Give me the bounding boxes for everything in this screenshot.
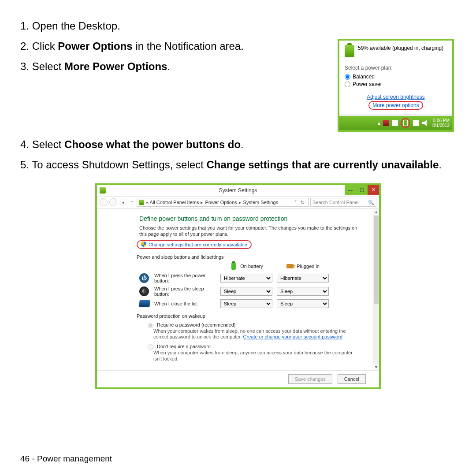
dont-require-password-radio[interactable] <box>148 344 153 350</box>
search-icon: 🔍 <box>368 200 374 205</box>
tray-time-text: 5:06 PM <box>432 118 450 123</box>
system-settings-window: System Settings — ▢ ✕ ← → ▾ ↑ « All Cont… <box>95 183 381 389</box>
sleep-button-icon: ☾ <box>139 286 149 296</box>
password-protection-subheader: Password protection on wakeup <box>137 313 360 319</box>
create-change-password-link[interactable]: Create or change your user account passw… <box>243 334 343 339</box>
step-4-bold: Choose what the power buttons do <box>64 138 241 150</box>
power-button-plugged-select[interactable]: Hibernate <box>277 274 329 283</box>
tray-flag-icon[interactable] <box>392 120 398 126</box>
plan-balanced-radio[interactable] <box>345 74 350 80</box>
columns-header-row: On battery Plugged in <box>139 262 360 270</box>
on-battery-col-header: On battery <box>220 262 272 270</box>
section-description: Choose the power settings that you want … <box>139 225 360 238</box>
lid-plugged-select[interactable]: Sleep <box>277 299 329 308</box>
history-dropdown[interactable]: ▾ <box>119 198 127 206</box>
search-input[interactable]: Search Control Panel 🔍 <box>310 198 376 207</box>
scrollbar-up-arrow[interactable]: ▲ <box>373 209 379 215</box>
tray-clock[interactable]: 5:06 PM 8/1/2012 <box>432 118 450 128</box>
breadcrumb-dropdown-icon[interactable]: ˅ <box>294 200 297 205</box>
plug-column-icon <box>286 264 294 268</box>
power-button-icon: ⏻ <box>139 273 149 283</box>
power-button-label: When I press the power button: <box>154 273 216 283</box>
change-unavailable-link[interactable]: Change settings that are currently unava… <box>149 242 247 247</box>
require-password-desc: When your computer wakes from sleep, no … <box>153 328 360 341</box>
buttons-lid-subheader: Power and sleep buttons and lid settings <box>137 254 360 260</box>
maximize-button[interactable]: ▢ <box>356 185 368 195</box>
power-button-battery-select[interactable]: Hibernate <box>220 274 272 283</box>
step-3-prefix: 3. Select <box>20 60 64 72</box>
step-2-suffix: in the Notification area. <box>133 40 244 52</box>
dialog-footer: Save changes Cancel <box>97 370 379 387</box>
require-password-radio[interactable] <box>148 323 153 328</box>
dont-require-password-label: Don't require a password <box>157 344 211 349</box>
tray-date-text: 8/1/2012 <box>432 123 450 128</box>
window-titlebar: System Settings — ▢ ✕ <box>97 185 379 197</box>
flyout-links: Adjust screen brightness More power opti… <box>339 94 452 114</box>
plan-saver-option[interactable]: Power saver <box>345 81 447 87</box>
step-4: 4. Select Choose what the power buttons … <box>20 136 456 152</box>
cancel-button[interactable]: Cancel <box>338 374 366 384</box>
explorer-navbar: ← → ▾ ↑ « All Control Panel Items ▸ Powe… <box>97 197 379 209</box>
lid-icon <box>139 300 150 307</box>
lid-close-label: When I close the lid: <box>154 301 216 306</box>
sleep-button-battery-select[interactable]: Sleep <box>220 287 272 296</box>
breadcrumb-sep-1: ▸ <box>201 200 203 205</box>
step-5-bold: Change settings that are currently unava… <box>206 159 439 171</box>
step-3-suffix: . <box>167 60 170 72</box>
close-button[interactable]: ✕ <box>368 185 379 195</box>
minimize-button[interactable]: — <box>345 185 356 195</box>
step-5-prefix: 5. To access Shutdown Settings, select <box>20 159 206 171</box>
tray-battery-icon[interactable] <box>403 120 408 126</box>
adjust-brightness-link[interactable]: Adjust screen brightness <box>345 94 447 100</box>
refresh-button[interactable]: ↻ <box>299 200 306 205</box>
lid-close-row: When I close the lid: Sleep Sleep <box>139 299 360 308</box>
breadcrumb-sep-2: ▸ <box>239 200 242 205</box>
battery-icon <box>345 45 354 57</box>
scrollbar-down-arrow[interactable]: ▼ <box>373 364 379 370</box>
back-button[interactable]: ← <box>100 198 108 206</box>
taskbar: ▴ 5:06 PM 8/1/2012 <box>339 116 452 130</box>
breadcrumb-icon <box>139 200 144 205</box>
search-placeholder: Search Control Panel <box>312 200 359 205</box>
change-settings-row: Change settings that are currently unava… <box>139 240 360 249</box>
scrollbar-thumb[interactable] <box>374 216 379 304</box>
more-options-highlight: More power options <box>368 101 423 110</box>
forward-button[interactable]: → <box>109 198 117 206</box>
window-body: Define power buttons and turn on passwor… <box>97 209 379 370</box>
breadcrumb-level-1: « All Control Panel Items <box>146 200 199 205</box>
require-password-option: Require a password (recommended) When yo… <box>145 321 360 341</box>
step-5: 5. To access Shutdown Settings, select C… <box>20 156 456 173</box>
window-controls: — ▢ ✕ <box>345 185 379 195</box>
tray-network-icon[interactable] <box>413 120 419 126</box>
save-changes-button[interactable]: Save changes <box>288 374 332 384</box>
titlebar-app-icon <box>100 187 106 193</box>
breadcrumb-level-2: Power Options <box>205 200 237 205</box>
content-area: Define power buttons and turn on passwor… <box>97 209 373 370</box>
lid-battery-select[interactable]: Sleep <box>220 299 272 308</box>
breadcrumb[interactable]: « All Control Panel Items ▸ Power Option… <box>137 198 309 207</box>
vertical-scrollbar[interactable]: ▲ ▼ <box>373 209 379 370</box>
step-4-suffix: . <box>241 138 244 150</box>
tray-shield-icon[interactable] <box>383 120 389 126</box>
step-1: 1. Open the Desktop. <box>20 18 456 34</box>
sleep-button-plugged-select[interactable]: Sleep <box>277 287 329 296</box>
dont-require-password-desc: When your computer wakes from sleep, any… <box>153 350 360 362</box>
step-3-bold: More Power Options <box>64 60 167 72</box>
more-power-options-link[interactable]: More power options <box>372 102 419 108</box>
page-number-footer: 46 - Power management <box>20 454 112 464</box>
flyout-status-row: 59% available (plugged in, charging) <box>339 41 452 61</box>
up-button[interactable]: ↑ <box>129 199 135 205</box>
plan-balanced-option[interactable]: Balanced <box>345 74 447 80</box>
tray-volume-icon[interactable] <box>422 120 428 126</box>
require-password-label: Require a password (recommended) <box>157 322 236 327</box>
breadcrumb-level-3: System Settings <box>243 200 278 205</box>
step-2-prefix: 2. Click <box>20 40 58 52</box>
step-5-suffix: . <box>439 159 442 171</box>
tray-overflow-icon[interactable]: ▴ <box>378 120 380 126</box>
window-title: System Settings <box>219 187 257 193</box>
on-battery-label: On battery <box>240 264 263 269</box>
plugged-in-label: Plugged in <box>297 264 320 269</box>
tray-power-icon-highlight <box>401 118 410 128</box>
plans-title: Select a power plan: <box>345 65 447 71</box>
plan-saver-radio[interactable] <box>345 82 350 87</box>
